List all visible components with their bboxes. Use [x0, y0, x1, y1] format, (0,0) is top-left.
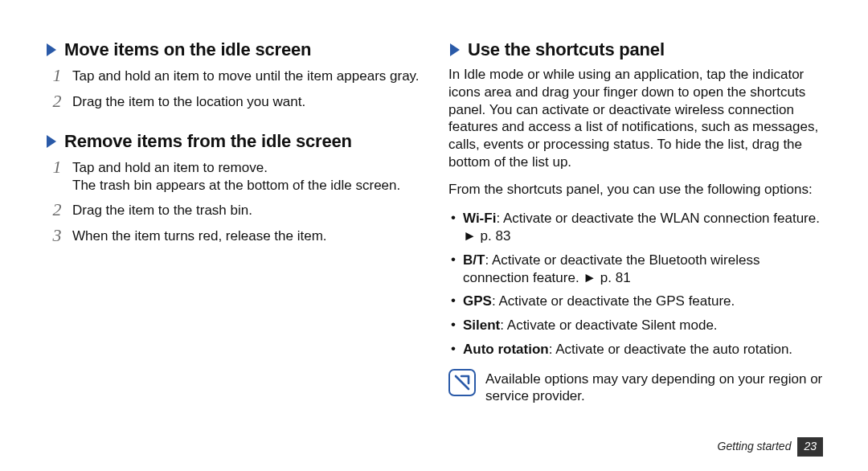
- option-desc: : Activate or deactivate the WLAN connec…: [463, 211, 820, 244]
- list-item: Silent: Activate or deactivate Silent mo…: [448, 314, 823, 338]
- option-name: Auto rotation: [463, 342, 549, 357]
- svg-marker-0: [47, 43, 56, 56]
- steps-list-remove-items: Tap and hold an item to remove. The tras…: [45, 158, 420, 252]
- option-name: Silent: [463, 317, 500, 333]
- section-heading-move-items: Move items on the idle screen: [45, 39, 420, 61]
- left-column: Move items on the idle screen Tap and ho…: [45, 35, 420, 455]
- option-desc: : Activate or deactivate Silent mode.: [500, 317, 717, 333]
- footer-section-label: Getting started: [718, 440, 792, 454]
- note-callout: Available options may vary depending on …: [448, 369, 823, 406]
- option-name: B/T: [463, 252, 485, 268]
- step-item: When the item turns red, release the ite…: [45, 226, 420, 252]
- chevron-right-icon: [448, 42, 461, 58]
- page: Move items on the idle screen Tap and ho…: [0, 0, 868, 471]
- option-desc: : Activate or deactivate the Bluetooth w…: [463, 252, 760, 285]
- chevron-right-icon: [45, 42, 58, 58]
- step-item: Tap and hold an item to remove. The tras…: [45, 158, 420, 201]
- steps-list-move-items: Tap and hold an item to move until the i…: [45, 66, 420, 117]
- chevron-right-icon: [45, 133, 58, 149]
- step-item: Drag the item to the location you want.: [45, 92, 420, 117]
- heading-text: Use the shortcuts panel: [468, 39, 665, 61]
- option-name: GPS: [463, 293, 492, 309]
- svg-marker-2: [450, 43, 460, 56]
- list-item: GPS: Activate or deactivate the GPS feat…: [448, 290, 823, 314]
- note-icon: [448, 369, 476, 396]
- step-item: Tap and hold an item to move until the i…: [45, 66, 420, 92]
- list-item: B/T: Activate or deactivate the Bluetoot…: [448, 249, 823, 291]
- heading-text: Remove items from the idle screen: [64, 130, 352, 153]
- option-desc: : Activate or deactivate the GPS feature…: [492, 293, 735, 309]
- lead-paragraph: From the shortcuts panel, you can use th…: [448, 181, 823, 199]
- section-heading-shortcuts-panel: Use the shortcuts panel: [448, 39, 823, 61]
- option-name: Wi-Fi: [463, 211, 496, 226]
- note-text: Available options may vary depending on …: [485, 369, 823, 406]
- intro-paragraph: In Idle mode or while using an applicati…: [448, 66, 823, 171]
- heading-text: Move items on the idle screen: [64, 39, 311, 61]
- option-desc: : Activate or deactivate the auto rotati…: [549, 342, 792, 357]
- list-item: Auto rotation: Activate or deactivate th…: [448, 338, 823, 362]
- footer-page-number: 23: [797, 437, 823, 457]
- step-item: Drag the item to the trash bin.: [45, 200, 420, 226]
- section-heading-remove-items: Remove items from the idle screen: [45, 130, 420, 153]
- list-item: Wi-Fi: Activate or deactivate the WLAN c…: [448, 207, 823, 249]
- page-footer: Getting started 23: [718, 437, 823, 457]
- options-list: Wi-Fi: Activate or deactivate the WLAN c…: [448, 207, 823, 362]
- right-column: Use the shortcuts panel In Idle mode or …: [448, 35, 823, 455]
- svg-marker-1: [47, 135, 56, 148]
